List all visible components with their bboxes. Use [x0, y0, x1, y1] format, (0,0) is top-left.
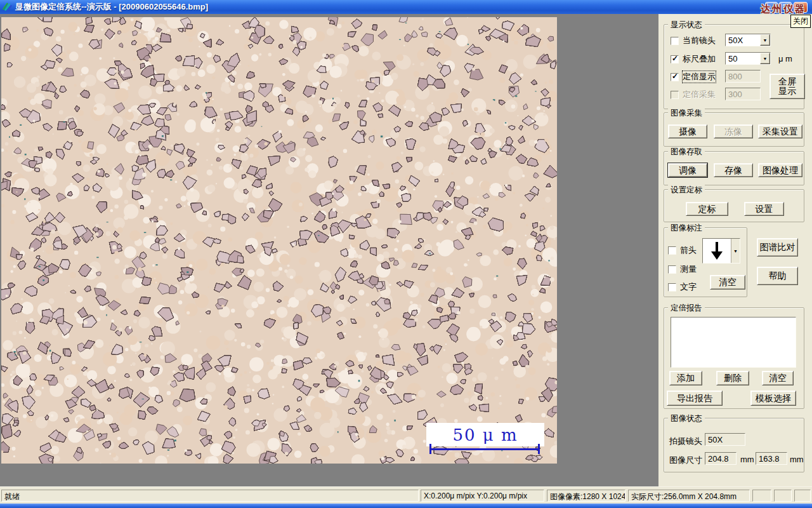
group-image-status-title: 图像状态: [668, 413, 705, 424]
image-height-field: 163.8: [756, 452, 787, 465]
group-calibration-title: 设置定标: [668, 185, 705, 196]
report-delete-button[interactable]: 删除: [716, 371, 749, 385]
group-display-status: 显示状态 当前镜头 50X ▼ ✓ 标尺叠加 50 ▼ μ m ✓ 定倍显示 8…: [664, 24, 804, 109]
fixed-capture-checkbox: [671, 91, 679, 99]
close-button[interactable]: ✕: [794, 2, 808, 13]
lens-field: 50X: [705, 433, 745, 446]
atlas-compare-button[interactable]: 图谱比对: [757, 238, 798, 257]
chevron-down-icon[interactable]: ▼: [760, 53, 770, 64]
chevron-down-icon[interactable]: ▼: [760, 34, 770, 46]
control-panel: 显示状态 当前镜头 50X ▼ ✓ 标尺叠加 50 ▼ μ m ✓ 定倍显示 8…: [658, 14, 812, 486]
scale-overlay-checkbox[interactable]: ✓: [671, 55, 679, 64]
check-icon: ✓: [672, 54, 678, 63]
image-width-unit: mm: [740, 455, 754, 464]
close-icon: ✕: [798, 4, 803, 11]
window-title: 显微图像定倍系统--演示版 - [20090602055646.bmp]: [15, 1, 208, 13]
image-size-label: 图像尺寸: [669, 455, 702, 466]
title-bar: 显微图像定倍系统--演示版 - [20090602055646.bmp]: [0, 0, 812, 14]
status-spare-3: [794, 490, 811, 502]
close-tooltip: 关闭: [790, 15, 811, 28]
status-resolution: X:0.200μ m/pix Y:0.200μ m/pix: [421, 490, 544, 502]
arrow-style-select[interactable]: ▼: [702, 238, 740, 264]
image-height-unit: mm: [790, 455, 804, 464]
arrow-label: 箭头: [680, 244, 697, 256]
load-image-button[interactable]: 调像: [668, 163, 707, 177]
image-process-button[interactable]: 图像处理: [758, 163, 802, 177]
group-annotation: 图像标注 箭头 测量 文字 ▼ 清空: [664, 227, 747, 297]
measure-checkbox[interactable]: [668, 265, 676, 274]
scale-bar-tick-left: [429, 444, 431, 454]
chevron-down-icon[interactable]: ▼: [731, 239, 740, 263]
restore-icon: ❐: [783, 4, 789, 11]
fixed-capture-label: 定倍采集: [683, 89, 716, 100]
check-icon: ✓: [672, 72, 678, 81]
group-storage-title: 图像存取: [668, 147, 705, 157]
fixed-display-checkbox[interactable]: ✓: [671, 73, 679, 81]
calib-settings-button[interactable]: 设置: [744, 202, 784, 216]
save-image-button[interactable]: 存像: [714, 163, 753, 177]
taskbar-strip: [0, 504, 812, 508]
scale-overlay-unit: μ m: [778, 54, 792, 64]
group-annotation-title: 图像标注: [668, 223, 705, 234]
scale-overlay-select[interactable]: 50 ▼: [725, 52, 771, 65]
current-lens-checkbox[interactable]: [671, 37, 679, 45]
group-report-title: 定倍报告: [668, 303, 705, 314]
current-lens-select[interactable]: 50X ▼: [725, 34, 771, 46]
report-listbox[interactable]: [671, 317, 796, 368]
text-checkbox[interactable]: [668, 283, 676, 291]
annotation-clear-button[interactable]: 清空: [710, 275, 745, 290]
group-capture: 图像采集 摄像 冻像 采集设置: [664, 112, 804, 147]
report-add-button[interactable]: 添加: [669, 371, 702, 385]
minimize-icon: ─: [769, 6, 773, 13]
down-arrow-glyph: [703, 239, 731, 263]
template-select-button[interactable]: 模板选择: [750, 391, 796, 406]
fixed-display-input: 800: [725, 70, 761, 83]
micrograph-canvas[interactable]: [1, 17, 557, 464]
fullscreen-button[interactable]: 全屏 显示: [769, 74, 805, 99]
shoot-button[interactable]: 摄像: [668, 124, 707, 138]
micrograph-viewer: 50 μ m: [1, 17, 557, 464]
image-width-field: 204.8: [705, 452, 737, 465]
calibrate-button[interactable]: 定标: [686, 202, 728, 216]
help-button[interactable]: 帮助: [757, 267, 798, 285]
status-actual-size: 实际尺寸:256.0mm X 204.8mm: [628, 490, 750, 502]
capture-settings-button[interactable]: 采集设置: [758, 124, 802, 138]
scale-overlay-value: 50: [726, 53, 760, 64]
current-lens-label: 当前镜头: [683, 35, 716, 46]
export-report-button[interactable]: 导出报告: [667, 391, 723, 406]
status-spare-2: [774, 490, 792, 502]
minimize-button[interactable]: ─: [765, 2, 778, 13]
group-calibration: 设置定标 定标 设置: [664, 189, 804, 222]
arrow-checkbox[interactable]: [668, 246, 676, 255]
group-report: 定倍报告 添加 删除 清空 导出报告 模板选择: [664, 307, 804, 409]
measure-label: 测量: [680, 264, 697, 275]
scale-bar-tick-right: [538, 444, 540, 454]
group-image-status: 图像状态 拍摄镜头 50X 图像尺寸 204.8 mm 163.8 mm: [664, 418, 804, 472]
restore-button[interactable]: ❐: [779, 2, 792, 13]
lens-label: 拍摄镜头: [669, 436, 702, 447]
report-clear-button[interactable]: 清空: [762, 371, 794, 385]
scale-bar-line: [430, 448, 540, 450]
current-lens-value: 50X: [726, 34, 760, 46]
group-display-status-title: 显示状态: [668, 20, 705, 30]
status-ready: 就绪: [1, 490, 419, 502]
app-icon: [2, 2, 12, 12]
freeze-button: 冻像: [714, 124, 753, 138]
group-capture-title: 图像采集: [668, 108, 705, 119]
scale-overlay-label: 标尺叠加: [683, 53, 716, 65]
fixed-capture-input: 300: [725, 88, 761, 100]
group-storage: 图像存取 调像 存像 图像处理: [664, 151, 804, 185]
status-pixels: 图像像素:1280 X 1024: [547, 490, 625, 502]
fixed-display-label: 定倍显示: [683, 71, 716, 83]
text-label: 文字: [680, 281, 697, 293]
status-spare-1: [752, 490, 771, 502]
scale-bar-label: 50 μ m: [426, 423, 544, 446]
